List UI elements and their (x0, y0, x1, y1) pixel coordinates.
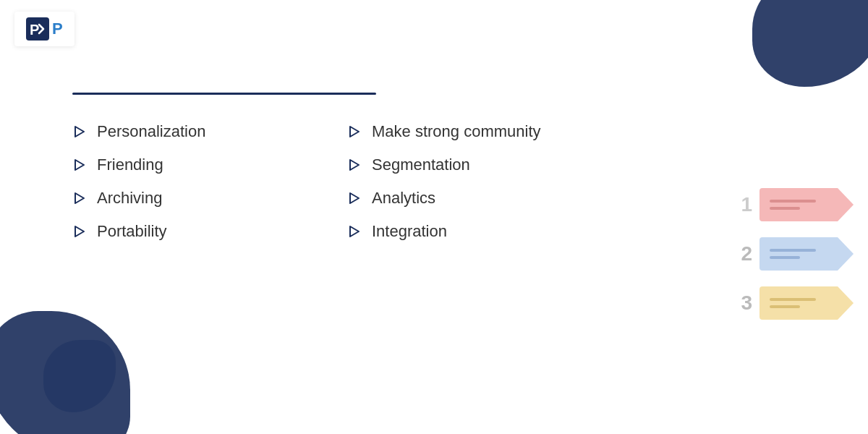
num-label-3: 3 (731, 292, 752, 315)
numbered-item-1: 1 (731, 188, 854, 221)
num-lines-1 (770, 200, 816, 210)
svg-marker-6 (350, 127, 359, 137)
logo-text: P (52, 20, 63, 38)
num-arrow-2 (760, 237, 854, 271)
svg-marker-2 (75, 127, 84, 137)
list-item-portability: Portability (72, 215, 347, 248)
decorative-blob-top-right (752, 0, 868, 87)
main-content: Personalization Friending Archiving Port… (72, 80, 810, 248)
svg-marker-5 (75, 226, 84, 237)
svg-marker-8 (350, 193, 359, 203)
num-line-short-1 (770, 207, 800, 210)
num-line-long-2 (770, 249, 816, 252)
svg-marker-4 (75, 193, 84, 203)
feature-list-grid: Personalization Friending Archiving Port… (72, 115, 810, 248)
num-line-short-3 (770, 305, 800, 308)
headline-divider (72, 93, 376, 95)
numbered-items: 1 2 3 (731, 188, 854, 320)
list-item-friending: Friending (72, 148, 347, 182)
list-column-1: Personalization Friending Archiving Port… (72, 115, 347, 248)
svg-text:P: P (30, 22, 39, 38)
list-column-2: Make strong community Segmentation Analy… (347, 115, 622, 248)
num-line-short-2 (770, 256, 800, 259)
num-label-1: 1 (731, 193, 752, 216)
list-item-analytics: Analytics (347, 182, 622, 215)
arrow-icon-make-strong-community (347, 124, 362, 139)
num-lines-2 (770, 249, 816, 259)
num-arrow-1 (760, 188, 854, 221)
arrow-icon-segmentation (347, 158, 362, 172)
logo: P P (14, 12, 75, 46)
num-arrow-3 (760, 286, 854, 320)
list-item-label-analytics: Analytics (372, 189, 435, 208)
list-item-label-friending: Friending (97, 156, 163, 174)
list-item-make-strong-community: Make strong community (347, 115, 622, 148)
num-line-long-3 (770, 298, 816, 301)
arrow-icon-analytics (347, 191, 362, 205)
arrow-icon-archiving (72, 191, 87, 205)
list-item-label-make-strong-community: Make strong community (372, 122, 541, 141)
arrow-icon-friending (72, 158, 87, 172)
logo-prefix: P (52, 20, 63, 38)
numbered-item-2: 2 (731, 237, 854, 271)
list-item-label-segmentation: Segmentation (372, 156, 470, 174)
list-item-archiving: Archiving (72, 182, 347, 215)
list-item-segmentation: Segmentation (347, 148, 622, 182)
svg-marker-9 (350, 226, 359, 237)
list-item-label-personalization: Personalization (97, 122, 205, 141)
list-item-label-portability: Portability (97, 222, 167, 241)
list-item-label-integration: Integration (372, 222, 447, 241)
num-label-2: 2 (731, 242, 752, 265)
num-lines-3 (770, 298, 816, 308)
arrow-icon-personalization (72, 124, 87, 139)
arrow-icon-portability (72, 224, 87, 239)
list-item-label-archiving: Archiving (97, 189, 162, 208)
list-item-personalization: Personalization (72, 115, 347, 148)
svg-marker-3 (75, 160, 84, 170)
svg-marker-7 (350, 160, 359, 170)
numbered-item-3: 3 (731, 286, 854, 320)
arrow-icon-integration (347, 224, 362, 239)
num-line-long-1 (770, 200, 816, 203)
list-item-integration: Integration (347, 215, 622, 248)
logo-icon: P (26, 17, 49, 41)
